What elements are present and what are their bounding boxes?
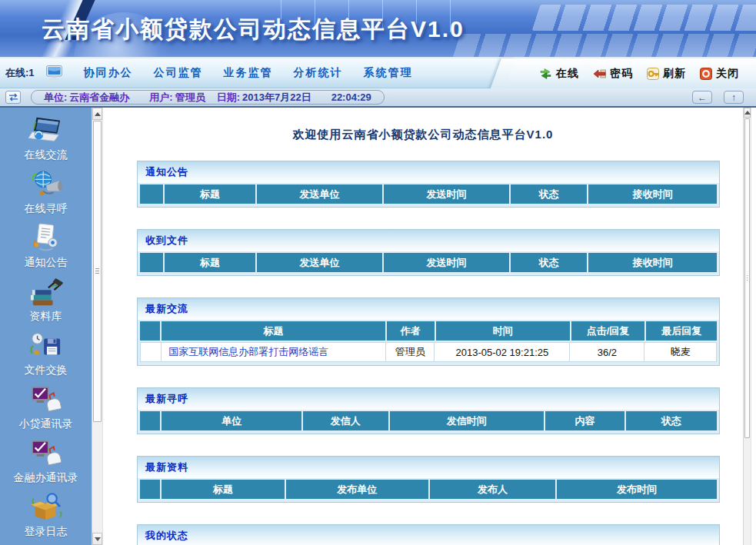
column-header: 发送单位 — [255, 184, 382, 204]
column-header — [140, 411, 160, 430]
sidebar-item-label: 金融办通讯录 — [14, 471, 78, 485]
main-scrollbar[interactable] — [743, 108, 751, 545]
menu-item-2[interactable]: 业务监管 — [224, 66, 273, 80]
date-value: 2013年7月22日 — [242, 91, 311, 105]
sidebar-item-1[interactable]: 在线寻呼 — [25, 169, 68, 216]
unit-value: 云南省金融办 — [69, 91, 129, 105]
section-header: 我的状态 — [138, 525, 719, 545]
column-header — [140, 321, 160, 341]
info-bar: 单位: 云南省金融办 用户: 管理员 日期: 2013年7月22日 22:04:… — [0, 88, 756, 108]
column-header: 发送时间 — [382, 184, 509, 204]
right-filler — [751, 108, 756, 545]
column-header: 发布时间 — [555, 480, 717, 499]
row-title-link[interactable]: 国家互联网信息办部署打击网络谣言 — [161, 343, 385, 361]
time-value: 22:04:29 — [331, 91, 371, 103]
menu-item-4[interactable]: 系统管理 — [364, 66, 413, 80]
collapse-up-button[interactable]: ↑ — [724, 91, 744, 104]
sidebar-item-3[interactable]: 资料库 — [27, 277, 65, 324]
collapse-left-button[interactable]: ← — [692, 91, 712, 104]
user-value: 管理员 — [175, 91, 205, 105]
refresh-key-icon — [647, 68, 659, 80]
library-icon — [27, 277, 65, 307]
swap-refresh-button[interactable] — [5, 91, 21, 104]
up-arrow-icon — [95, 112, 101, 116]
section-title: 收到文件 — [145, 234, 188, 248]
sidebar-item-6[interactable]: 金融办通讯录 — [14, 438, 78, 485]
session-info-pill: 单位: 云南省金融办 用户: 管理员 日期: 2013年7月22日 22:04:… — [31, 90, 385, 105]
unit-label: 单位: — [44, 91, 67, 105]
column-header: 最后回复 — [644, 321, 717, 341]
password-action-button[interactable]: 密码 — [593, 67, 633, 81]
sidebar-scroll-thumb[interactable] — [93, 121, 102, 422]
swap-arrows-icon — [8, 93, 18, 101]
action-label: 关闭 — [716, 67, 739, 81]
sidebar-item-label: 资料库 — [30, 310, 62, 324]
column-header: 发送时间 — [382, 253, 509, 272]
column-header — [140, 184, 163, 204]
column-header: 单位 — [160, 411, 301, 430]
column-header: 接收时间 — [587, 184, 717, 204]
menu-items: 协同办公公司监管业务监管分析统计系统管理 — [63, 66, 413, 80]
close-action-button[interactable]: 关闭 — [700, 67, 739, 81]
column-header: 发布单位 — [285, 480, 429, 499]
sidebar-item-label: 在线寻呼 — [25, 202, 68, 216]
online-count: 在线:1 — [5, 66, 35, 80]
main-scroll-thumb[interactable] — [744, 118, 750, 438]
column-header: 点击/回复 — [570, 321, 645, 341]
section-body: 单位发信人发信时间内容状态 — [138, 410, 719, 434]
sidebar-item-label: 小贷通讯录 — [19, 417, 73, 431]
menu-item-3[interactable]: 分析统计 — [294, 66, 343, 80]
sidebar-item-0[interactable]: 在线交流 — [25, 115, 68, 162]
app-title: 云南省小额贷款公司动态信息平台V1.0 — [42, 14, 465, 45]
scroll-up-button[interactable] — [92, 108, 102, 120]
sidebar-item-5[interactable]: 小贷通讯录 — [19, 384, 73, 431]
sidebar-item-7[interactable]: 登录日志 — [25, 492, 68, 539]
scroll-up-button[interactable] — [744, 108, 751, 118]
main-panel: 欢迎使用云南省小额贷款公司动态信息平台V1.0 通知公告标题发送单位发送时间状态… — [103, 108, 743, 545]
column-header: 状态 — [509, 253, 587, 272]
menu-bar: 在线:1 协同办公公司监管业务监管分析统计系统管理 在线密码刷新关闭 — [0, 58, 756, 88]
section-body: 标题作者时间点击/回复最后回复国家互联网信息办部署打击网络谣言管理员2013-0… — [138, 320, 719, 365]
menu-item-0[interactable]: 协同办公 — [84, 66, 133, 80]
top-banner: 云南省小额贷款公司动态信息平台V1.0 — [0, 0, 756, 58]
sidebar-item-label: 在线交流 — [25, 148, 68, 162]
monitor-icon — [45, 65, 63, 81]
column-header: 接收时间 — [587, 253, 717, 272]
section-title: 通知公告 — [145, 165, 188, 179]
password-action-icon — [593, 68, 606, 79]
column-header — [140, 480, 160, 499]
column-header: 发布人 — [428, 480, 555, 499]
scroll-down-button[interactable] — [92, 533, 102, 545]
column-header: 标题 — [163, 184, 255, 204]
section-header: 收到文件 — [138, 230, 719, 251]
thumb-grip — [95, 268, 99, 274]
table-header-row: 标题发送单位发送时间状态接收时间 — [140, 184, 717, 204]
section-header: 通知公告 — [138, 161, 719, 183]
online-action-button[interactable]: 在线 — [539, 67, 579, 81]
column-header: 标题 — [160, 321, 385, 341]
sidebar-item-4[interactable]: 文件交换 — [25, 331, 68, 377]
finance-contacts-icon — [27, 438, 65, 469]
column-header: 标题 — [163, 253, 255, 272]
sidebar-item-2[interactable]: 通知公告 — [25, 223, 68, 270]
keyboard-art-bottom — [451, 34, 756, 58]
content-area: 在线交流在线寻呼通知公告资料库文件交换小贷通讯录金融办通讯录登录日志 欢迎使用云… — [0, 108, 756, 545]
column-header: 发信时间 — [388, 411, 545, 430]
sidebar-scrollbar[interactable] — [92, 108, 103, 545]
section-title: 我的状态 — [145, 529, 188, 543]
table-cell: 2013-05-02 19:21:25 — [434, 343, 569, 361]
online-page-icon — [27, 169, 65, 200]
section-header: 最新交流 — [138, 298, 719, 320]
column-header: 时间 — [435, 321, 570, 341]
column-header — [140, 253, 163, 272]
up-arrow-icon — [744, 111, 751, 115]
welcome-title: 欢迎使用云南省小额贷款公司动态信息平台V1.0 — [103, 128, 743, 142]
down-arrow-icon — [95, 537, 101, 541]
table-cell: 36/2 — [569, 343, 644, 361]
sections: 通知公告标题发送单位发送时间状态接收时间收到文件标题发送单位发送时间状态接收时间… — [137, 161, 720, 545]
refresh-key-button[interactable]: 刷新 — [647, 67, 686, 81]
menu-item-1[interactable]: 公司监管 — [154, 66, 203, 80]
action-label: 刷新 — [663, 67, 686, 81]
table-row: 国家互联网信息办部署打击网络谣言管理员2013-05-02 19:21:2536… — [140, 342, 717, 362]
loan-contacts-icon — [27, 384, 65, 415]
